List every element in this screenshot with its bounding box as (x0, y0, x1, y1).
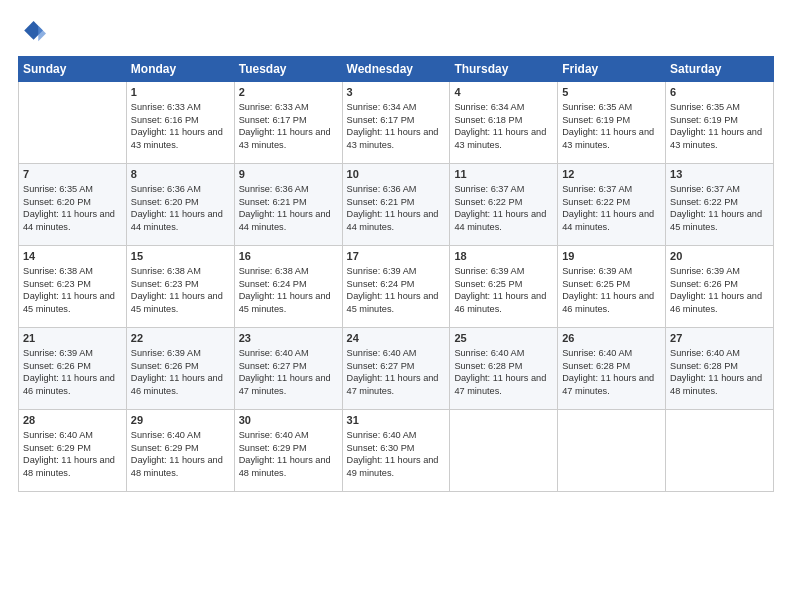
day-number: 17 (347, 249, 446, 264)
day-number: 2 (239, 85, 338, 100)
day-number: 25 (454, 331, 553, 346)
sunrise-text: Sunrise: 6:39 AM (23, 348, 93, 358)
day-number: 16 (239, 249, 338, 264)
page: Sunday Monday Tuesday Wednesday Thursday… (0, 0, 792, 612)
day-number: 31 (347, 413, 446, 428)
calendar-cell: 6 Sunrise: 6:35 AM Sunset: 6:19 PM Dayli… (666, 82, 774, 164)
day-number: 8 (131, 167, 230, 182)
daylight-text: Daylight: 11 hours and 43 minutes. (562, 127, 654, 149)
calendar-week-row: 28 Sunrise: 6:40 AM Sunset: 6:29 PM Dayl… (19, 410, 774, 492)
daylight-text: Daylight: 11 hours and 43 minutes. (131, 127, 223, 149)
header-saturday: Saturday (666, 57, 774, 82)
sunrise-text: Sunrise: 6:38 AM (239, 266, 309, 276)
calendar-cell: 1 Sunrise: 6:33 AM Sunset: 6:16 PM Dayli… (126, 82, 234, 164)
cell-content: Sunrise: 6:40 AM Sunset: 6:29 PM Dayligh… (131, 429, 230, 479)
daylight-text: Daylight: 11 hours and 44 minutes. (131, 209, 223, 231)
sunset-text: Sunset: 6:27 PM (239, 361, 307, 371)
sunrise-text: Sunrise: 6:40 AM (562, 348, 632, 358)
header-monday: Monday (126, 57, 234, 82)
daylight-text: Daylight: 11 hours and 48 minutes. (23, 455, 115, 477)
calendar-cell: 28 Sunrise: 6:40 AM Sunset: 6:29 PM Dayl… (19, 410, 127, 492)
cell-content: Sunrise: 6:34 AM Sunset: 6:18 PM Dayligh… (454, 101, 553, 151)
cell-content: Sunrise: 6:36 AM Sunset: 6:21 PM Dayligh… (239, 183, 338, 233)
cell-content: Sunrise: 6:38 AM Sunset: 6:23 PM Dayligh… (23, 265, 122, 315)
cell-content: Sunrise: 6:40 AM Sunset: 6:28 PM Dayligh… (562, 347, 661, 397)
daylight-text: Daylight: 11 hours and 46 minutes. (670, 291, 762, 313)
calendar-cell: 20 Sunrise: 6:39 AM Sunset: 6:26 PM Dayl… (666, 246, 774, 328)
sunset-text: Sunset: 6:29 PM (23, 443, 91, 453)
cell-content: Sunrise: 6:40 AM Sunset: 6:29 PM Dayligh… (23, 429, 122, 479)
sunrise-text: Sunrise: 6:34 AM (347, 102, 417, 112)
calendar-cell: 5 Sunrise: 6:35 AM Sunset: 6:19 PM Dayli… (558, 82, 666, 164)
day-number: 10 (347, 167, 446, 182)
sunset-text: Sunset: 6:21 PM (239, 197, 307, 207)
sunset-text: Sunset: 6:26 PM (23, 361, 91, 371)
calendar-cell: 17 Sunrise: 6:39 AM Sunset: 6:24 PM Dayl… (342, 246, 450, 328)
calendar-cell (666, 410, 774, 492)
calendar-week-row: 14 Sunrise: 6:38 AM Sunset: 6:23 PM Dayl… (19, 246, 774, 328)
sunrise-text: Sunrise: 6:37 AM (670, 184, 740, 194)
calendar-cell: 18 Sunrise: 6:39 AM Sunset: 6:25 PM Dayl… (450, 246, 558, 328)
calendar-cell (450, 410, 558, 492)
cell-content: Sunrise: 6:36 AM Sunset: 6:21 PM Dayligh… (347, 183, 446, 233)
daylight-text: Daylight: 11 hours and 46 minutes. (454, 291, 546, 313)
calendar-cell: 30 Sunrise: 6:40 AM Sunset: 6:29 PM Dayl… (234, 410, 342, 492)
cell-content: Sunrise: 6:34 AM Sunset: 6:17 PM Dayligh… (347, 101, 446, 151)
calendar-cell: 27 Sunrise: 6:40 AM Sunset: 6:28 PM Dayl… (666, 328, 774, 410)
day-number: 24 (347, 331, 446, 346)
daylight-text: Daylight: 11 hours and 43 minutes. (239, 127, 331, 149)
sunset-text: Sunset: 6:30 PM (347, 443, 415, 453)
sunset-text: Sunset: 6:23 PM (23, 279, 91, 289)
calendar-cell: 22 Sunrise: 6:39 AM Sunset: 6:26 PM Dayl… (126, 328, 234, 410)
daylight-text: Daylight: 11 hours and 46 minutes. (562, 291, 654, 313)
cell-content: Sunrise: 6:33 AM Sunset: 6:17 PM Dayligh… (239, 101, 338, 151)
daylight-text: Daylight: 11 hours and 46 minutes. (23, 373, 115, 395)
svg-marker-1 (38, 26, 46, 42)
day-number: 6 (670, 85, 769, 100)
day-number: 12 (562, 167, 661, 182)
sunrise-text: Sunrise: 6:35 AM (670, 102, 740, 112)
day-number: 15 (131, 249, 230, 264)
daylight-text: Daylight: 11 hours and 44 minutes. (23, 209, 115, 231)
calendar-cell: 26 Sunrise: 6:40 AM Sunset: 6:28 PM Dayl… (558, 328, 666, 410)
sunset-text: Sunset: 6:26 PM (131, 361, 199, 371)
sunset-text: Sunset: 6:24 PM (239, 279, 307, 289)
sunset-text: Sunset: 6:24 PM (347, 279, 415, 289)
calendar-cell: 12 Sunrise: 6:37 AM Sunset: 6:22 PM Dayl… (558, 164, 666, 246)
daylight-text: Daylight: 11 hours and 43 minutes. (347, 127, 439, 149)
sunset-text: Sunset: 6:27 PM (347, 361, 415, 371)
calendar-cell: 11 Sunrise: 6:37 AM Sunset: 6:22 PM Dayl… (450, 164, 558, 246)
cell-content: Sunrise: 6:37 AM Sunset: 6:22 PM Dayligh… (454, 183, 553, 233)
sunrise-text: Sunrise: 6:40 AM (347, 430, 417, 440)
sunrise-text: Sunrise: 6:33 AM (239, 102, 309, 112)
calendar-cell: 15 Sunrise: 6:38 AM Sunset: 6:23 PM Dayl… (126, 246, 234, 328)
sunrise-text: Sunrise: 6:40 AM (454, 348, 524, 358)
sunset-text: Sunset: 6:20 PM (23, 197, 91, 207)
sunset-text: Sunset: 6:16 PM (131, 115, 199, 125)
cell-content: Sunrise: 6:39 AM Sunset: 6:26 PM Dayligh… (131, 347, 230, 397)
sunrise-text: Sunrise: 6:40 AM (670, 348, 740, 358)
calendar-cell: 2 Sunrise: 6:33 AM Sunset: 6:17 PM Dayli… (234, 82, 342, 164)
sunset-text: Sunset: 6:17 PM (347, 115, 415, 125)
day-number: 14 (23, 249, 122, 264)
day-number: 21 (23, 331, 122, 346)
cell-content: Sunrise: 6:40 AM Sunset: 6:27 PM Dayligh… (239, 347, 338, 397)
header-tuesday: Tuesday (234, 57, 342, 82)
cell-content: Sunrise: 6:40 AM Sunset: 6:27 PM Dayligh… (347, 347, 446, 397)
daylight-text: Daylight: 11 hours and 43 minutes. (670, 127, 762, 149)
daylight-text: Daylight: 11 hours and 43 minutes. (454, 127, 546, 149)
day-number: 13 (670, 167, 769, 182)
sunrise-text: Sunrise: 6:40 AM (131, 430, 201, 440)
sunrise-text: Sunrise: 6:39 AM (454, 266, 524, 276)
sunrise-text: Sunrise: 6:40 AM (239, 430, 309, 440)
daylight-text: Daylight: 11 hours and 46 minutes. (131, 373, 223, 395)
day-number: 29 (131, 413, 230, 428)
calendar-cell: 23 Sunrise: 6:40 AM Sunset: 6:27 PM Dayl… (234, 328, 342, 410)
sunset-text: Sunset: 6:29 PM (239, 443, 307, 453)
cell-content: Sunrise: 6:40 AM Sunset: 6:30 PM Dayligh… (347, 429, 446, 479)
sunset-text: Sunset: 6:26 PM (670, 279, 738, 289)
sunset-text: Sunset: 6:22 PM (454, 197, 522, 207)
sunrise-text: Sunrise: 6:36 AM (347, 184, 417, 194)
sunrise-text: Sunrise: 6:35 AM (562, 102, 632, 112)
sunset-text: Sunset: 6:19 PM (670, 115, 738, 125)
